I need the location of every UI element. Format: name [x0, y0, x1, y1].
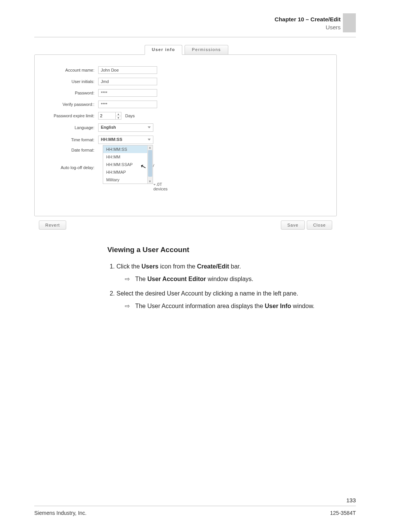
password-field[interactable] — [98, 89, 157, 97]
user-editor-screenshot: User info Permissions Account mame: User… — [34, 45, 337, 232]
footer-divider — [34, 506, 356, 506]
user-initials-field[interactable] — [98, 78, 157, 85]
chapter-title: Chapter 10 – Create/Edit — [275, 15, 341, 23]
spinner-down-icon[interactable]: ▼ — [116, 116, 121, 120]
time-option[interactable]: Military — [103, 176, 153, 184]
label-password: Password: — [39, 91, 98, 95]
step-2: Select the desired User Account by click… — [116, 289, 339, 311]
page-edge-tab — [343, 13, 356, 32]
label-account-name: Account mame: — [39, 68, 98, 72]
expire-limit-field[interactable] — [98, 112, 116, 120]
scroll-down-icon[interactable]: ▼ — [148, 180, 151, 183]
language-value: English — [101, 125, 116, 129]
expire-unit: Days — [125, 113, 135, 118]
label-auto-logoff: Auto log-off delay: — [39, 165, 98, 170]
time-format-dropdown[interactable]: HH:MM:SS — [98, 136, 153, 144]
tab-permissions[interactable]: Permissions — [185, 45, 228, 55]
revert-button[interactable]: Revert — [39, 220, 66, 230]
step-1: Click the Users icon from the Create/Edi… — [116, 262, 339, 284]
label-verify-password: Verify password:: — [39, 102, 98, 107]
label-time-format: Time format: — [39, 137, 98, 142]
time-option[interactable]: HH:MM — [103, 153, 153, 161]
header-divider — [34, 37, 356, 37]
label-user-initials: User initials: — [39, 79, 98, 84]
editor-pane: Account mame: User initials: Password: V… — [34, 54, 337, 216]
label-date-format: Date format: — [39, 148, 98, 152]
result-2: The User Account information area displa… — [125, 301, 339, 311]
chevron-down-icon — [153, 184, 156, 185]
page-number: 133 — [346, 497, 356, 503]
section-title: Users — [275, 23, 341, 31]
result-1: The User Account Editor window displays. — [125, 274, 339, 284]
scroll-up-icon[interactable]: ▲ — [148, 146, 151, 149]
chevron-down-icon — [148, 139, 151, 141]
chevron-down-icon — [148, 126, 151, 128]
footer-docnum: 125-3584T — [330, 510, 356, 516]
close-button[interactable]: Close — [307, 220, 332, 230]
label-language: Language: — [39, 125, 98, 130]
language-dropdown[interactable]: English — [98, 123, 153, 132]
save-button[interactable]: Save — [281, 220, 305, 230]
spinner-up-icon[interactable]: ▲ — [116, 112, 121, 116]
account-name-field[interactable] — [98, 66, 157, 74]
time-option[interactable]: HH:MM:SS — [103, 145, 153, 153]
ot-devices-text: .0T devices — [153, 182, 176, 191]
time-format-value: HH:MM:SS — [101, 137, 122, 142]
verify-password-field[interactable] — [98, 101, 157, 108]
section-heading: Viewing a User Account — [107, 244, 339, 256]
scroll-thumb[interactable] — [148, 150, 152, 177]
tab-user-info[interactable]: User info — [145, 45, 182, 55]
footer-company: Siemens Industry, Inc. — [34, 510, 86, 516]
expire-stepper[interactable]: ▲ ▼ — [116, 112, 121, 120]
label-password-expire: Password expire limit: — [39, 113, 98, 118]
